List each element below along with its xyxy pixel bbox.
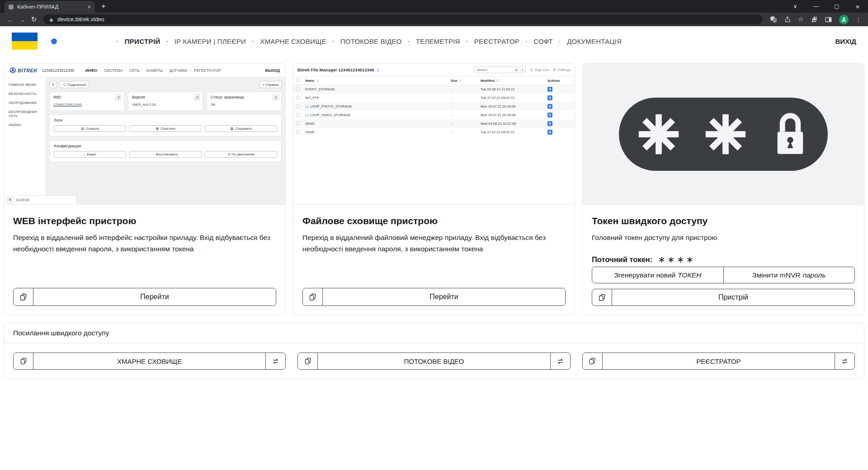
window-chevron-icon[interactable]: ∨ — [785, 3, 806, 9]
profile-avatar[interactable]: Д — [839, 15, 849, 24]
copy-link-icon[interactable] — [14, 288, 33, 306]
wheel-icon — [9, 67, 16, 74]
logs-clear-button: Очистить — [129, 125, 202, 132]
trash-icon — [156, 127, 159, 131]
table-row: EVENT_STORAGE - Tue 03.08.21 21:00:12 — [293, 85, 575, 94]
device-go-button[interactable]: Пристрій — [592, 289, 855, 306]
translate-icon[interactable] — [770, 16, 777, 23]
generate-token-button[interactable]: Згенерувати новийТОКЕН — [592, 267, 723, 283]
tab-close-icon[interactable]: × — [87, 4, 91, 10]
browser-titlebar: Кабінет-ПРИЛАД × + ∨ — ▢ × — [0, 0, 868, 13]
row-checkbox — [296, 104, 300, 108]
search-icon — [513, 68, 520, 72]
device-menu-network: СЕТЬ — [123, 68, 139, 73]
copy-link-icon[interactable] — [592, 289, 612, 306]
forward-button[interactable]: → — [16, 16, 28, 24]
new-tab-button[interactable]: + — [101, 2, 106, 11]
device-sidebar-main-menu: ГЛАВНОЕ МЕНЮ — [9, 83, 41, 87]
storage-status-value: OK — [211, 103, 278, 107]
card-access-token: Токен швидкого доступу Головний токен до… — [582, 63, 864, 315]
device-sidebar-equipment: ОБОРУДОВАНИЕ — [9, 101, 41, 105]
row-checkbox — [296, 122, 300, 125]
url-bar[interactable]: device.bitrek.video — [43, 14, 763, 24]
row-checkbox — [296, 130, 300, 134]
copy-link-icon[interactable] — [14, 353, 33, 369]
card-title: Файлове сховище пристрою — [302, 216, 566, 226]
quick-link-registrar[interactable]: РЕЄСТРАТОР — [582, 352, 855, 370]
change-password-button[interactable]: Змінити mNVRпароль — [723, 267, 855, 283]
table-row: LOOP_VIDEO_STORAGE - Mon 19.07.21 20:33:… — [293, 111, 575, 119]
row-checkbox — [296, 87, 300, 91]
image-icon — [81, 127, 85, 131]
copy-icon — [273, 94, 278, 100]
quick-link-streaming-video[interactable]: ПОТОКОВЕ ВІДЕО — [297, 352, 570, 370]
window-close-button[interactable]: × — [847, 3, 868, 10]
password-pill-graphic — [619, 98, 828, 171]
nav-item-documentation[interactable]: ДОКУМЕНТАЦІЯ — [553, 38, 622, 45]
share-nodes-icon — [62, 83, 66, 86]
sort-icon: ⇅ — [316, 79, 319, 82]
trash-icon — [548, 96, 552, 99]
row-checkbox — [296, 96, 300, 99]
file-manager-title: Bitrek File Manager 123451234512345 — [297, 67, 374, 72]
browser-menu-icon[interactable]: ⋮ — [855, 16, 862, 23]
device-footer: ⚙ 13:20:16 — [4, 195, 76, 204]
browser-tab[interactable]: Кабінет-ПРИЛАД × — [5, 1, 95, 13]
asterisk-icon — [638, 113, 679, 155]
token-preview-image — [583, 64, 864, 205]
list-icon: ≡ — [49, 81, 57, 88]
nav-item-registrar[interactable]: РЕЄСТРАТОР — [460, 38, 520, 45]
nav-item-streaming-video[interactable]: ПОТОКОВЕ ВІДЕО — [326, 38, 402, 45]
card-title: WEB інтерфейс пристрою — [13, 216, 276, 226]
copy-link-icon[interactable] — [303, 288, 323, 306]
fm-settings: ⚙ Settings — [553, 68, 571, 72]
tab-favicon — [9, 5, 14, 9]
card-web-interface: BITREK 123451234512345 ИНФО СИСТЕМА СЕТЬ… — [4, 63, 286, 315]
logs-save-button: Сохранить — [205, 125, 277, 132]
trash-icon — [548, 88, 552, 91]
config-restore-button: ↑ Восстановить — [129, 151, 202, 158]
back-button[interactable]: ← — [5, 16, 16, 24]
nav-item-telemetry[interactable]: ТЕЛЕМЕТРІЯ — [402, 38, 460, 45]
device-menu-sensors: ДАТЧИКИ — [163, 68, 187, 73]
swap-icon[interactable] — [550, 353, 570, 369]
nav-item-ip-cameras[interactable]: IP КАМЕРИ | ПЛЕЄРИ — [160, 38, 246, 45]
file-table: Name⇅ Size⇅ Modified⇅ Actions EVENT_STOR… — [293, 76, 575, 136]
logout-link[interactable]: ВИХІД — [835, 38, 856, 45]
web-go-button[interactable]: Перейти — [13, 288, 276, 306]
config-defaults-button: ↺ По умолчанию — [205, 151, 277, 158]
logs-section: Логи Открыть Очистить — [49, 114, 282, 136]
device-menu-cameras: КАМЕРЫ — [140, 68, 163, 73]
file-manager-preview-image: Bitrek File Manager 123451234512345 ⌂ ▾ … — [293, 64, 575, 205]
status-dot — [51, 38, 57, 44]
home-icon: ⌂ — [377, 67, 380, 72]
toolbar-actions: ☆ Д ⋮ — [766, 15, 863, 24]
web-ui-preview-image: BITREK 123451234512345 ИНФО СИСТЕМА СЕТЬ… — [4, 64, 285, 205]
nav-item-soft[interactable]: СОФТ — [519, 38, 553, 45]
swap-icon[interactable] — [835, 353, 854, 369]
token-button-group: Згенерувати новийТОКЕН Змінити mNVRпарол… — [592, 267, 855, 283]
card-description: Перехід в віддалений файловий менеджер п… — [302, 232, 560, 254]
bookmark-star-icon[interactable]: ☆ — [798, 15, 804, 24]
delete-button — [547, 87, 552, 92]
extensions-puzzle-icon[interactable] — [811, 16, 818, 23]
window-restore-button[interactable]: ▢ — [826, 3, 847, 9]
window-minimize-button[interactable]: — — [806, 3, 826, 9]
share-button: Поделиться — [59, 81, 89, 88]
tab-title: Кабінет-ПРИЛАД — [17, 4, 84, 9]
files-go-button[interactable]: Перейти — [302, 288, 566, 306]
quick-link-cloud-storage[interactable]: ХМАРНЕ СХОВИЩЕ — [13, 352, 286, 370]
side-panel-icon[interactable] — [825, 16, 832, 24]
share-icon[interactable] — [784, 16, 791, 23]
device-sidebar-security: БЕЗОПАСНОСТЬ — [9, 92, 41, 96]
book-icon: ▪ — [263, 83, 264, 87]
swap-icon[interactable] — [265, 353, 285, 369]
trash-icon — [548, 131, 552, 134]
copy-link-icon[interactable] — [583, 353, 603, 369]
nav-item-cloud-storage[interactable]: ХМАРНЕ СХОВИЩЕ — [246, 38, 326, 45]
copy-link-icon[interactable] — [298, 353, 318, 369]
download-icon: ↓ — [84, 152, 85, 156]
trash-icon — [548, 122, 552, 125]
reload-button[interactable]: ↻ — [28, 15, 40, 24]
nav-item-device[interactable]: ПРИСТРІЙ — [110, 38, 160, 45]
